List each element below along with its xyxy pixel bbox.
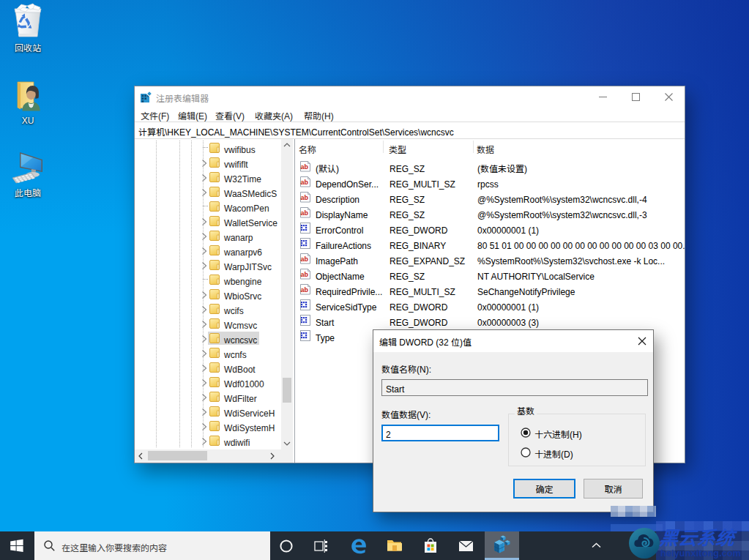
svg-text:ab: ab [301, 194, 309, 201]
svg-text:ab: ab [301, 286, 309, 294]
svg-text:ab: ab [301, 255, 309, 263]
svg-text:ab: ab [301, 271, 309, 278]
svg-text:ab: ab [301, 209, 309, 217]
svg-text:ab: ab [301, 163, 309, 171]
svg-text:ab: ab [301, 179, 309, 186]
